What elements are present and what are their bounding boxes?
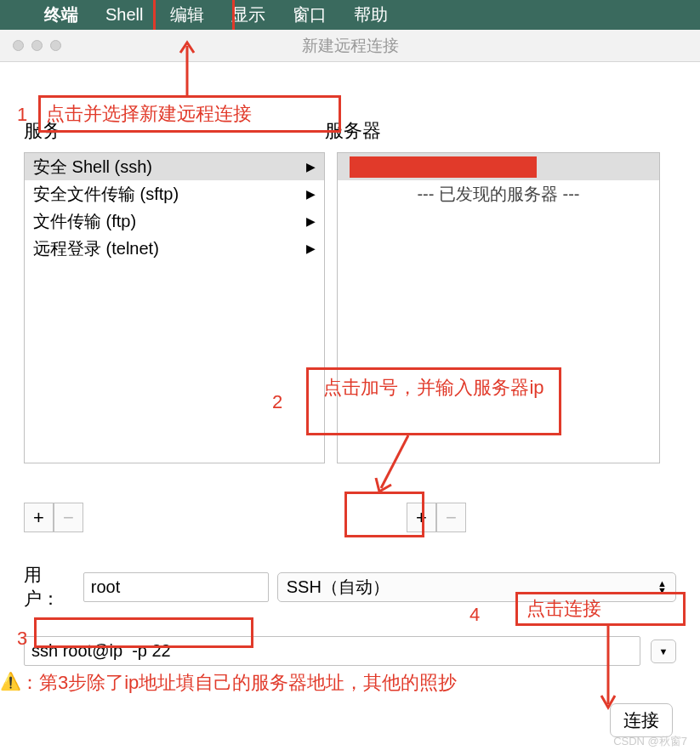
user-label: 用户： xyxy=(24,563,75,611)
window-close-icon[interactable] xyxy=(13,40,24,51)
remove-server-button[interactable]: − xyxy=(436,503,466,532)
annotation-arrow-4 xyxy=(595,626,621,711)
service-add-remove: + − xyxy=(24,503,83,532)
remove-service-button[interactable]: − xyxy=(54,503,83,532)
redacted-server-ip xyxy=(350,156,537,178)
chevron-down-icon: ▼ xyxy=(659,646,669,657)
server-row-discovered: --- 已发现的服务器 --- xyxy=(338,180,659,207)
service-row-sftp[interactable]: 安全文件传输 (sftp)▶ xyxy=(25,180,324,207)
annotation-box-3 xyxy=(34,617,253,648)
annotation-box-2: 点击加号，并输入服务器ip xyxy=(306,367,561,435)
chevron-right-icon: ▶ xyxy=(306,242,316,255)
menu-view[interactable]: 显示 xyxy=(231,3,265,26)
window-title: 新建远程连接 xyxy=(302,35,399,57)
menu-window[interactable]: 窗口 xyxy=(293,3,327,26)
menubar: 终端 Shell 编辑 显示 窗口 帮助 xyxy=(0,0,700,30)
annotation-arrow-1 xyxy=(170,39,204,97)
history-dropdown-button[interactable]: ▼ xyxy=(651,639,676,663)
annotation-box-1: 点击并选择新建远程连接 xyxy=(38,95,341,133)
chevron-right-icon: ▶ xyxy=(306,187,316,201)
menu-terminal[interactable]: 终端 xyxy=(44,3,78,26)
window-minimize-icon[interactable] xyxy=(31,40,43,51)
add-service-button[interactable]: + xyxy=(24,503,54,532)
menu-shell[interactable]: Shell xyxy=(105,5,143,25)
service-row-telnet[interactable]: 远程登录 (telnet)▶ xyxy=(25,235,324,262)
menu-help[interactable]: 帮助 xyxy=(354,3,388,26)
annotation-number-2: 2 xyxy=(272,391,282,413)
svg-line-1 xyxy=(381,435,408,488)
chevron-right-icon: ▶ xyxy=(306,160,316,173)
annotation-number-3: 3 xyxy=(17,628,27,650)
server-row-selected[interactable] xyxy=(338,153,659,180)
service-row-ssh[interactable]: 安全 Shell (ssh)▶ xyxy=(25,153,324,180)
annotation-number-1: 1 xyxy=(17,104,27,126)
annotation-box-plus xyxy=(344,492,424,537)
service-list[interactable]: 安全 Shell (ssh)▶ 安全文件传输 (sftp)▶ 文件传输 (ftp… xyxy=(24,152,325,463)
watermark: CSDN @秋窗7 xyxy=(613,734,687,749)
annotation-warning-text: ：第3步除了ip地址填自己的服务器地址，其他的照抄 xyxy=(20,670,457,696)
window-zoom-icon[interactable] xyxy=(50,40,61,51)
annotation-number-4: 4 xyxy=(470,604,480,626)
annotation-box-4: 点击连接 xyxy=(515,592,686,626)
titlebar: 新建远程连接 xyxy=(0,30,700,62)
annotation-arrow-2 xyxy=(374,435,425,495)
chevron-right-icon: ▶ xyxy=(306,214,316,228)
warning-icon: ⚠️ xyxy=(0,671,21,691)
service-row-ftp[interactable]: 文件传输 (ftp)▶ xyxy=(25,207,324,235)
user-input[interactable] xyxy=(83,572,269,602)
